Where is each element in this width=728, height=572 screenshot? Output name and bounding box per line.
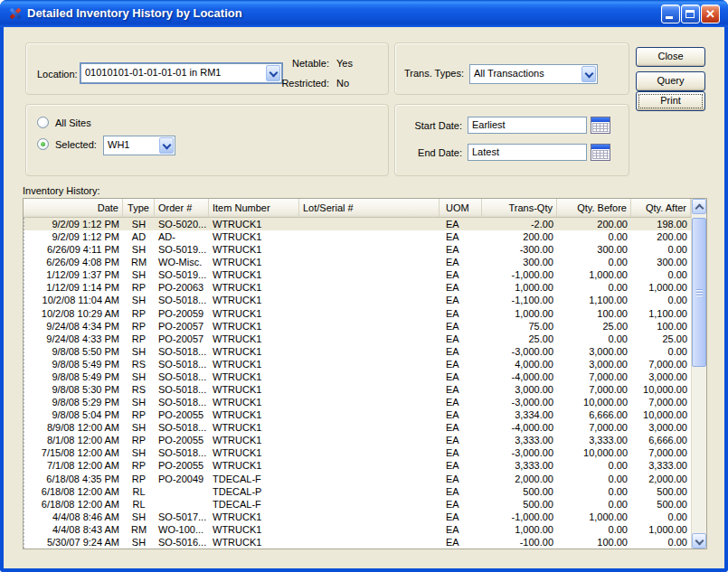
table-row[interactable]: 6/26/09 4:08 PMRMWO-Misc.WTRUCK1EA300.00… [24,256,691,268]
minimize-button[interactable] [661,5,680,23]
table-cell: WTRUCK1 [209,243,299,256]
table-cell: PO-20049 [155,473,209,485]
table-cell: WTRUCK1 [209,218,299,230]
table-cell: 1/12/09 1:14 PM [24,281,123,294]
table-cell: AD- [155,230,209,243]
table-cell: -4,000.00 [482,370,557,383]
table-cell: SH [123,446,155,459]
table-cell: SH [123,421,155,434]
table-cell: -3,000.00 [482,446,557,459]
column-header-qty-after[interactable]: Qty. After [631,199,691,217]
all-sites-radio[interactable] [37,117,49,128]
table-row[interactable]: 9/24/08 4:34 PMRPPO-20057WTRUCK1EA75.002… [24,320,691,333]
table-cell [299,268,440,281]
table-row[interactable]: 7/1/08 12:00 AMRPPO-20055WTRUCK1EA3,333.… [24,459,691,472]
column-header-order[interactable]: Order # [155,199,209,217]
query-button[interactable]: Query [636,71,705,91]
trans-types-combobox[interactable]: All Transactions [469,64,598,84]
column-header-qty-before[interactable]: Qty. Before [557,199,631,217]
end-date-calendar-button[interactable] [591,144,610,161]
table-cell: 8/9/08 12:00 AM [24,421,123,434]
site-combobox[interactable]: WH1 [103,136,175,155]
table-cell: 200.00 [631,230,691,243]
table-row[interactable]: 1/12/09 1:14 PMRPPO-20063WTRUCK1EA1,000.… [24,281,691,294]
table-cell: PO-20063 [155,281,209,294]
table-cell: SO-5018... [155,421,209,434]
column-header-trans-qty[interactable]: Trans-Qty [482,199,557,217]
close-window-button[interactable]: ✕ [701,5,720,23]
table-cell: 3,000.00 [557,358,631,370]
table-row[interactable]: 8/1/08 12:00 AMRPPO-20055WTRUCK1EA3,333.… [24,434,691,446]
table-row[interactable]: 9/2/09 1:12 PMSHSO-5020...WTRUCK1EA-2.00… [24,218,691,230]
table-row[interactable]: 4/4/08 8:43 AMRMWO-100...WTRUCK1EA1,000.… [24,523,691,536]
table-row[interactable]: 8/9/08 12:00 AMSHSO-5018...WTRUCK1EA-4,0… [24,421,691,434]
selected-site-radio[interactable] [37,138,49,150]
start-date-input[interactable]: Earliest [468,117,587,134]
table-cell: 25.00 [631,333,691,345]
column-header-type[interactable]: Type [123,199,155,217]
table-cell: SH [123,370,155,383]
table-cell [299,243,440,256]
table-row[interactable]: 10/2/08 11:04 AMSHSO-5018...WTRUCK1EA-1,… [24,294,691,306]
print-button[interactable]: Print [636,91,705,111]
table-cell: SH [123,396,155,408]
table-cell: 6/18/08 4:35 PM [24,473,123,485]
table-cell: 1,100.00 [557,294,631,306]
table-row[interactable]: 1/12/09 1:37 PMSHSO-5019...WTRUCK1EA-1,0… [24,268,691,281]
trans-types-label: Trans. Types: [404,68,464,79]
table-row[interactable]: 6/18/08 12:00 AMRLTDECAL-FEA500.000.0050… [24,498,691,511]
table-cell: WTRUCK1 [209,396,299,408]
table-cell: -3,000.00 [482,396,557,408]
start-date-calendar-button[interactable] [591,117,610,134]
table-row[interactable]: 4/4/08 8:46 AMSHSO-5017...WTRUCK1EA-1,00… [24,511,691,523]
scroll-down-button[interactable] [692,533,706,549]
table-cell: 300.00 [631,256,691,268]
table-row[interactable]: 9/8/08 5:50 PMSHSO-5018...WTRUCK1EA-3,00… [24,345,691,358]
table-cell: 3,000.00 [482,383,557,396]
end-date-input[interactable]: Latest [468,144,587,161]
table-cell: 3,000.00 [631,421,691,434]
maximize-button[interactable] [681,5,700,23]
table-cell: 0.00 [557,498,631,511]
column-header-lot-serial[interactable]: Lot/Serial # [299,199,440,217]
table-row[interactable]: 6/18/08 12:00 AMRLTDECAL-PEA500.000.0050… [24,485,691,498]
column-header-uom[interactable]: UOM [440,199,482,217]
table-row[interactable]: 9/8/08 5:29 PMSHSO-5018...WTRUCK1EA-3,00… [24,396,691,408]
table-row[interactable]: 7/15/08 12:00 AMSHSO-5018...WTRUCK1EA-3,… [24,446,691,459]
table-cell: EA [440,230,482,243]
table-cell: 1,000.00 [631,523,691,536]
scroll-up-button[interactable] [692,199,706,214]
column-header-item-number[interactable]: Item Number [209,199,299,217]
table-row[interactable]: 10/2/08 10:29 AMRPPO-20059WTRUCK1EA1,000… [24,307,691,320]
start-date-label: Start Date: [402,120,462,131]
table-cell: 7,000.00 [557,421,631,434]
table-row[interactable]: 9/24/08 4:33 PMRPPO-20057WTRUCK1EA25.000… [24,333,691,345]
location-combobox[interactable]: 01010101-01-01-01-01 in RM1 [80,63,282,83]
close-button[interactable]: Close [636,47,705,67]
scrollbar-thumb[interactable] [692,218,706,367]
column-header-date[interactable]: Date [24,199,123,217]
table-row[interactable]: 5/30/07 9:24 AMSHSO-5016...WTRUCK1EA-100… [24,536,691,549]
table-cell: WTRUCK1 [209,421,299,434]
table-row[interactable]: 9/8/08 5:49 PMSHSO-5018...WTRUCK1EA-4,00… [24,370,691,383]
table-cell: EA [440,307,482,320]
table-cell: TDECAL-F [209,473,299,485]
vertical-scrollbar[interactable] [691,199,706,549]
table-row[interactable]: 9/8/08 5:04 PMRPPO-20055WTRUCK1EA3,334.0… [24,408,691,421]
table-cell [299,536,440,549]
table-cell [299,230,440,243]
inventory-history-label: Inventory History: [23,185,100,196]
table-row[interactable]: 6/26/09 4:11 PMSHSO-5019...WTRUCK1EA-300… [24,243,691,256]
table-cell: WTRUCK1 [209,459,299,472]
title-bar[interactable]: Detailed Inventory History by Location ✕ [0,0,728,27]
table-cell: 5/30/07 9:24 AM [24,536,123,549]
table-cell [299,473,440,485]
table-row[interactable]: 9/8/08 5:49 PMRSSO-5018...WTRUCK1EA4,000… [24,358,691,370]
table-row[interactable]: 6/18/08 4:35 PMRPPO-20049TDECAL-FEA2,000… [24,473,691,485]
table-cell: 75.00 [482,320,557,333]
table-row[interactable]: 9/2/09 1:12 PMADAD-WTRUCK1EA200.000.0020… [24,230,691,243]
site-dropdown-button[interactable] [159,137,174,154]
trans-types-dropdown-button[interactable] [581,66,596,82]
table-cell: EA [440,243,482,256]
table-row[interactable]: 9/8/08 5:30 PMRSSO-5018...WTRUCK1EA3,000… [24,383,691,396]
